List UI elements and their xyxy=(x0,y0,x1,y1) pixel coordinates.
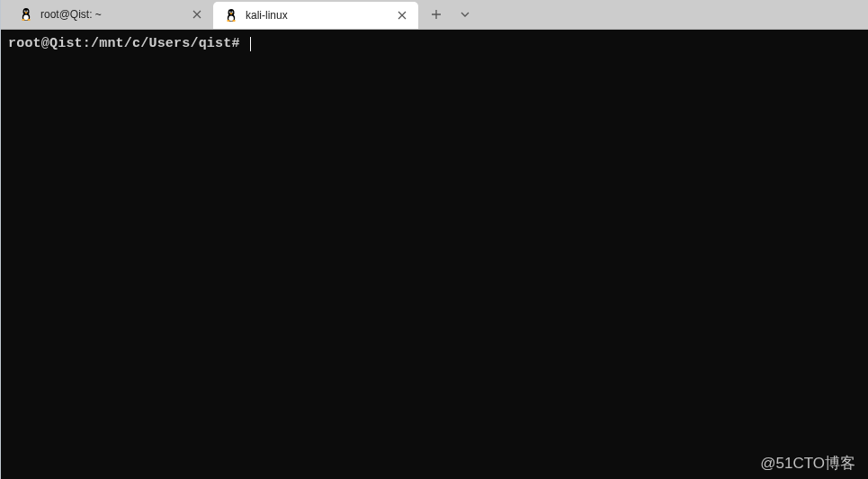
close-icon[interactable] xyxy=(190,7,204,22)
terminal-body[interactable]: root@Qist:/mnt/c/Users/qist# xyxy=(1,30,868,479)
tab-kali-linux[interactable]: kali-linux xyxy=(213,2,418,29)
svg-point-16 xyxy=(232,12,233,13)
tab-controls xyxy=(418,0,478,29)
text-cursor xyxy=(250,37,251,51)
tab-root-qist[interactable]: root@Qist: ~ xyxy=(8,0,213,29)
tab-title: root@Qist: ~ xyxy=(40,8,183,21)
svg-point-18 xyxy=(227,20,230,22)
new-tab-button[interactable] xyxy=(424,2,449,27)
svg-point-19 xyxy=(232,20,236,22)
svg-point-7 xyxy=(25,12,28,14)
svg-point-6 xyxy=(27,11,28,12)
svg-point-8 xyxy=(22,19,25,21)
tab-bar: root@Qist: ~ kali-linux xyxy=(1,0,868,30)
close-icon[interactable] xyxy=(395,8,409,23)
svg-point-17 xyxy=(230,13,233,14)
svg-point-5 xyxy=(25,11,26,12)
tux-icon xyxy=(224,8,238,23)
shell-prompt: root@Qist:/mnt/c/Users/qist# xyxy=(8,36,240,51)
tab-title: kali-linux xyxy=(246,9,388,22)
tux-icon xyxy=(19,7,33,22)
svg-point-15 xyxy=(230,12,231,13)
svg-point-9 xyxy=(27,19,31,21)
tab-dropdown-button[interactable] xyxy=(452,2,478,27)
